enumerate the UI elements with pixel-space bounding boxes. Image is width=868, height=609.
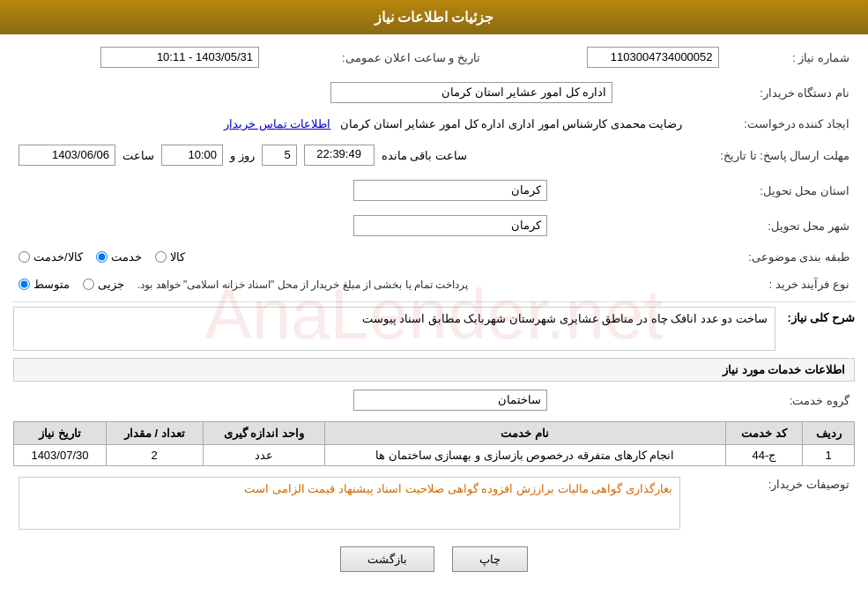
col-tarikh: تاریخ نیاز [14,422,107,445]
ijad-value: رضایت محمدی کارشناس امور اداری اداره کل … [340,117,682,130]
goroh-label: گروه خدمت: [553,386,855,414]
radio-motovaset-label: متوسط [33,278,70,291]
ostan-label: استان محل تحویل: [553,176,855,204]
remaining-label: ساعت باقی مانده [382,149,467,162]
shomara-value: 1103004734000052 [587,47,719,68]
cell-radif: 1 [803,445,855,466]
row-goroh: گروه خدمت: ساختمان [13,386,855,414]
remaining-value: 22:39:49 [304,145,375,166]
mohlat-label: مهلت ارسال پاسخ: تا تاریخ: [658,141,855,169]
radio-jozi-label: جزیی [98,278,124,291]
rooz-label: روز و [230,149,255,162]
row-shomara: شماره نیاز : 1103004734000052 تاریخ و سا… [13,43,855,71]
khadamat-section-title: اطلاعات خدمات مورد نیاز [13,358,855,382]
radio-kala-khedmat[interactable]: کالا/خدمت [19,250,83,264]
radio-motovaset[interactable]: متوسط [19,278,70,291]
sharh-container: شرح کلی نیاز: ساخت دو عدد انافک چاه در م… [13,307,855,351]
row-shahr: شهر محل تحویل: کرمان [13,212,855,240]
ijad-label: ایجاد کننده درخواست: [687,114,855,134]
col-kod: کد خدمت [725,422,803,445]
page-title: جزئیات اطلاعات نیاز [375,10,494,25]
chap-button[interactable]: چاپ [452,546,528,572]
dastgah-value: اداره کل امور عشایر استان کرمان [330,82,612,103]
buttons-row: چاپ بازگشت [13,546,855,572]
farayand-label: نوع فرآیند خرید : [687,274,855,294]
row-mohlat: مهلت ارسال پاسخ: تا تاریخ: 1403/06/06 سا… [13,141,855,169]
rooz-value: 5 [262,145,297,166]
buyer-desc-label: توصیفات خریدار: [686,473,855,533]
shahr-label: شهر محل تحویل: [553,212,855,240]
shomara-label: شماره نیاز : [724,43,855,71]
radio-kala[interactable]: کالا [155,250,185,264]
row-ostan: استان محل تحویل: کرمان [13,176,855,204]
divider1 [13,301,855,302]
row-buyer-desc: توصیفات خریدار: بغارگذاری گواهی مالیات ب… [13,473,855,533]
bazgasht-button[interactable]: بازگشت [340,546,434,572]
radio-jozi[interactable]: جزیی [83,278,124,291]
sharh-value: ساخت دو عدد انافک چاه در مناطق عشایری شه… [13,307,775,351]
ostan-value: کرمان [353,180,547,201]
tarikh-elan-value: 1403/05/31 - 10:11 [100,47,259,68]
farayand-note: پرداخت تمام یا بخشی از مبلغ خریدار از مح… [137,279,468,291]
row-farayand: نوع فرآیند خرید : متوسط جزیی پرداخت تمام… [13,274,855,294]
services-table: ردیف کد خدمت نام خدمت واحد اندازه گیری ت… [13,421,855,466]
tabaqe-label: طبقه بندی موضوعی: [524,247,856,267]
col-tedaad: تعداد / مقدار [106,422,203,445]
tarikh-elan-label: تاریخ و ساعت اعلان عمومی: [264,43,486,71]
radio-khedmat[interactable]: خدمت [96,250,142,264]
date-value: 1403/06/06 [19,145,115,166]
saat-value: 10:00 [161,145,223,166]
dastgah-label: نام دستگاه خریدار: [618,78,855,107]
cell-tarikh: 1403/07/30 [14,445,107,466]
col-radif: ردیف [803,422,855,445]
table-row: 1 ج-44 انجام کارهای متفرقه درخصوص بازساز… [14,445,855,466]
radio-kala-khedmat-label: کالا/خدمت [33,250,83,264]
radio-kala-label: کالا [170,250,185,264]
cell-name: انجام کارهای متفرقه درخصوص بازسازی و بهس… [324,445,725,466]
radio-khedmat-label: خدمت [111,250,142,264]
goroh-value: ساختمان [353,390,547,411]
col-vahed: واحد اندازه گیری [203,422,324,445]
row-dastgah: نام دستگاه خریدار: اداره کل امور عشایر ا… [13,78,855,107]
page-header: جزئیات اطلاعات نیاز [0,0,868,34]
cell-tedaad: 2 [106,445,203,466]
buyer-desc-value: بغارگذاری گواهی مالیات برارزش افزوده گوا… [19,477,680,530]
saat-label: ساعت [122,149,154,162]
main-container: جزئیات اطلاعات نیاز AnaLender.net شماره … [0,0,868,609]
sharh-label: شرح کلی نیاز: [784,307,855,324]
shahr-value: کرمان [353,215,547,236]
buyer-desc-text: بغارگذاری گواهی مالیات برارزش افزوده گوا… [244,482,672,495]
row-tabaqe: طبقه بندی موضوعی: کالا/خدمت خدمت کالا [13,247,855,267]
row-ijad: ایجاد کننده درخواست: رضایت محمدی کارشناس… [13,114,855,134]
etelaat-link[interactable]: اطلاعات تماس خریدار [224,117,330,130]
cell-vahed: عدد [203,445,324,466]
cell-kod: ج-44 [725,445,803,466]
col-name: نام خدمت [324,422,725,445]
